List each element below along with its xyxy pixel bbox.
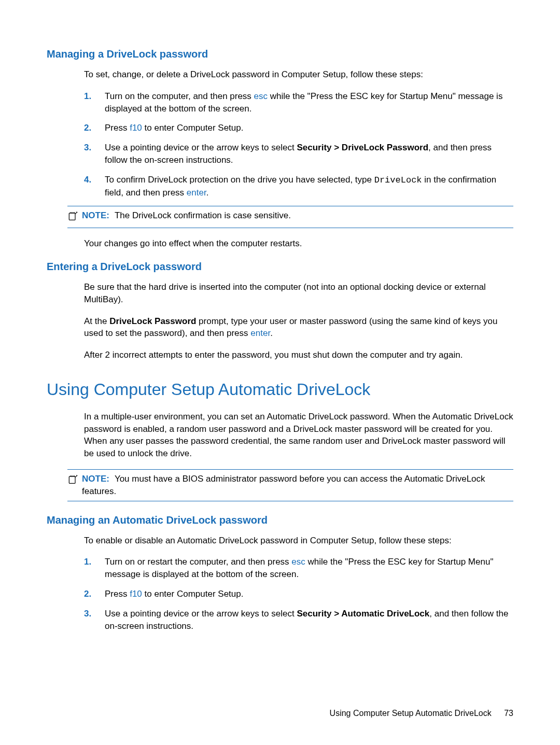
step-1: 1. Turn on the computer, and then press …	[84, 90, 513, 115]
heading-entering-drivelock: Entering a DriveLock password	[47, 259, 513, 274]
note-content: NOTE:You must have a BIOS administrator …	[82, 473, 513, 498]
body-managing-drivelock: To set, change, or delete a DriveLock pa…	[84, 68, 513, 199]
text: .	[206, 188, 209, 198]
section-managing-auto-drivelock: Managing an Automatic DriveLock password…	[47, 513, 513, 632]
text: Press	[105, 123, 130, 133]
step-2: 2. Press f10 to enter Computer Setup.	[84, 588, 513, 600]
bold-text: DriveLock Password	[109, 316, 196, 326]
step-number: 2.	[84, 122, 105, 134]
note-box: NOTE:You must have a BIOS administrator …	[67, 469, 513, 501]
step-3: 3. Use a pointing device or the arrow ke…	[84, 142, 513, 166]
page-footer: Using Computer Setup Automatic DriveLock…	[330, 708, 513, 719]
step-body: Press f10 to enter Computer Setup.	[105, 122, 513, 134]
note-label: NOTE:	[82, 210, 109, 220]
body-auto-drivelock: In a multiple-user environment, you can …	[84, 411, 513, 460]
menu-path: Security > DriveLock Password	[297, 143, 428, 152]
text: Use a pointing device or the arrow keys …	[105, 143, 297, 152]
key-enter: enter	[250, 328, 270, 338]
note-label: NOTE:	[82, 474, 109, 484]
text: Turn on or restart the computer, and the…	[105, 557, 291, 567]
section-entering-drivelock: Entering a DriveLock password Be sure th…	[47, 259, 513, 361]
text: Press	[105, 589, 130, 599]
step-number: 4.	[84, 174, 105, 199]
step-3: 3. Use a pointing device or the arrow ke…	[84, 608, 513, 632]
step-body: Press f10 to enter Computer Setup.	[105, 588, 513, 600]
paragraph: Be sure that the hard drive is inserted …	[84, 281, 513, 306]
key-enter: enter	[187, 188, 206, 198]
svg-rect-1	[69, 476, 75, 483]
step-4: 4. To confirm DriveLock protection on th…	[84, 174, 513, 199]
post-text: Your changes go into effect when the com…	[84, 237, 513, 250]
intro-text: To set, change, or delete a DriveLock pa…	[84, 68, 513, 81]
text: to enter Computer Setup.	[142, 123, 244, 133]
heading-managing-auto-drivelock: Managing an Automatic DriveLock password	[47, 513, 513, 527]
paragraph: In a multiple-user environment, you can …	[84, 411, 513, 460]
post-note-body: Your changes go into effect when the com…	[84, 237, 513, 250]
mono-text: DriveLock	[374, 175, 422, 185]
page-number: 73	[504, 709, 513, 718]
note-message: You must have a BIOS administrator passw…	[82, 474, 485, 496]
section-managing-drivelock: Managing a DriveLock password To set, ch…	[47, 47, 513, 250]
text: .	[270, 328, 273, 338]
menu-path: Security > Automatic DriveLock	[297, 609, 429, 619]
heading-auto-drivelock: Using Computer Setup Automatic DriveLock	[47, 378, 513, 401]
key-esc: esc	[291, 557, 305, 567]
note-icon	[67, 210, 78, 224]
text: At the	[84, 316, 109, 326]
step-number: 2.	[84, 588, 105, 600]
step-1: 1. Turn on or restart the computer, and …	[84, 556, 513, 581]
step-body: Turn on or restart the computer, and the…	[105, 556, 513, 581]
step-number: 3.	[84, 142, 105, 166]
body-entering-drivelock: Be sure that the hard drive is inserted …	[84, 281, 513, 361]
step-number: 1.	[84, 556, 105, 581]
note-icon	[67, 474, 78, 488]
body-managing-auto-drivelock: To enable or disable an Automatic DriveL…	[84, 535, 513, 632]
footer-section-title: Using Computer Setup Automatic DriveLock	[330, 709, 492, 718]
text: To confirm DriveLock protection on the d…	[105, 175, 374, 185]
step-body: Use a pointing device or the arrow keys …	[105, 142, 513, 166]
text: Use a pointing device or the arrow keys …	[105, 609, 297, 619]
key-esc: esc	[254, 91, 268, 101]
heading-managing-drivelock: Managing a DriveLock password	[47, 47, 513, 61]
steps-list: 1. Turn on the computer, and then press …	[84, 90, 513, 199]
note-content: NOTE:The DriveLock confirmation is case …	[82, 209, 513, 222]
svg-rect-0	[69, 213, 75, 220]
text: Turn on the computer, and then press	[105, 91, 254, 101]
text: to enter Computer Setup.	[142, 589, 244, 599]
note-message: The DriveLock confirmation is case sensi…	[115, 210, 291, 220]
step-body: To confirm DriveLock protection on the d…	[105, 174, 513, 199]
key-f10: f10	[130, 589, 142, 599]
paragraph: At the DriveLock Password prompt, type y…	[84, 315, 513, 340]
step-2: 2. Press f10 to enter Computer Setup.	[84, 122, 513, 134]
section-auto-drivelock: Using Computer Setup Automatic DriveLock…	[47, 378, 513, 501]
step-body: Turn on the computer, and then press esc…	[105, 90, 513, 115]
step-number: 1.	[84, 90, 105, 115]
key-f10: f10	[130, 123, 142, 133]
step-number: 3.	[84, 608, 105, 632]
step-body: Use a pointing device or the arrow keys …	[105, 608, 513, 632]
steps-list: 1. Turn on or restart the computer, and …	[84, 556, 513, 632]
paragraph: After 2 incorrect attempts to enter the …	[84, 349, 513, 361]
note-box: NOTE:The DriveLock confirmation is case …	[67, 206, 513, 228]
intro-text: To enable or disable an Automatic DriveL…	[84, 535, 513, 547]
